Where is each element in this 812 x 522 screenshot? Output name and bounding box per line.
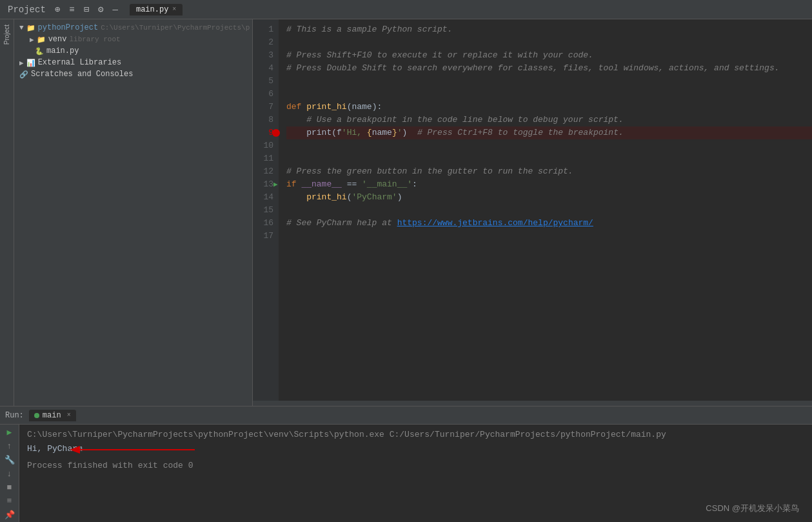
code-line-5 <box>286 75 812 88</box>
scratches-icon: 🔗 <box>19 70 28 79</box>
tab-bar: main.py × <box>130 4 807 15</box>
top-toolbar: Project ⊕ ≡ ⊟ ⚙ — main.py × <box>0 0 812 19</box>
folder-icon: 📁 <box>26 24 35 32</box>
code-line-1: # This is a sample Python script. <box>286 23 812 36</box>
arrow-down-icon: ▼ <box>19 24 24 32</box>
code-line-3: # Press Shift+F10 to execute it or repla… <box>286 49 812 62</box>
arrow-annotation <box>66 440 208 459</box>
code-line-7: def print_hi(name): <box>286 101 812 114</box>
code-line-12: # Press the green button in the gutter t… <box>286 165 812 178</box>
console-exit-msg: Process finished with exit code 0 <box>27 459 804 472</box>
breakpoint-dot <box>272 129 280 137</box>
bottom-panel: Run: main × ▶ ↑ 🔧 ↓ ■ ≡ 📌 🖨 🗑 C:\Users\T… <box>0 406 812 522</box>
run-btn[interactable]: ▶ <box>3 427 16 437</box>
console-hi-line: Hi, PyCharm <box>27 443 804 456</box>
tree-item-main-py[interactable]: 🐍 main.py <box>14 45 252 57</box>
project-path-label: C:\Users\Turniper\PycharmProjects\p <box>101 24 250 32</box>
stop-btn[interactable]: ■ <box>3 483 16 492</box>
code-line-2 <box>286 36 812 49</box>
run-tab-bar: Run: main × <box>0 407 812 425</box>
code-line-13: ▶ if __name__ == '__main__': <box>286 178 812 191</box>
run-arrow-icon: ▶ <box>273 178 278 191</box>
project-dropdown[interactable]: Project <box>5 3 48 16</box>
code-line-15 <box>286 204 812 217</box>
run-tab-main[interactable]: main × <box>29 410 76 421</box>
code-line-16: # See PyCharm help at https://www.jetbra… <box>286 217 812 230</box>
arrow-right-2-icon: ▶ <box>19 59 24 67</box>
project-strip-btn[interactable]: Project <box>2 22 12 47</box>
code-line-10 <box>286 139 812 152</box>
toolbar-icon-5[interactable]: — <box>110 3 121 16</box>
libs-icon: 📊 <box>26 59 35 67</box>
python-file-icon: 🐍 <box>35 47 44 55</box>
down-btn[interactable]: ↓ <box>3 469 16 479</box>
tab-label: main.py <box>136 5 168 14</box>
arrow-right-icon: ▶ <box>30 35 34 44</box>
project-tree: ▼ 📁 pythonProject C:\Users\Turniper\Pych… <box>14 19 252 83</box>
editor-area: 1 2 3 4 5 6 7 8 9 10 11 12 13 14 15 16 1… <box>253 19 812 406</box>
editor-content[interactable]: 1 2 3 4 5 6 7 8 9 10 11 12 13 14 15 16 1… <box>253 19 812 406</box>
toolbar-icon-1[interactable]: ⊕ <box>52 3 63 16</box>
left-strip: Project <box>0 19 14 406</box>
tab-close-btn[interactable]: × <box>172 6 176 13</box>
code-line-11 <box>286 152 812 165</box>
scroll-btn[interactable]: ≡ <box>3 496 16 506</box>
main-area: Project ▼ 📁 pythonProject C:\Users\Turni… <box>0 19 812 406</box>
line-numbers: 1 2 3 4 5 6 7 8 9 10 11 12 13 14 15 16 1… <box>253 19 279 406</box>
tree-item-venv[interactable]: ▶ 📁 venv library root <box>14 34 252 45</box>
wrench-btn[interactable]: 🔧 <box>3 455 16 465</box>
tab-main-py[interactable]: main.py × <box>130 4 183 15</box>
toolbar-icon-2[interactable]: ≡ <box>66 3 77 16</box>
watermark: CSDN @开机发呆小菜鸟 <box>706 503 799 514</box>
rerun-btn[interactable]: ↑ <box>3 441 16 451</box>
external-libs-label: External Libraries <box>38 58 122 67</box>
code-line-4: # Press Double Shift to search everywher… <box>286 62 812 75</box>
project-name-label: pythonProject <box>38 23 99 32</box>
main-py-label: main.py <box>46 46 79 55</box>
bottom-sidebar: ▶ ↑ 🔧 ↓ ■ ≡ 📌 🖨 🗑 <box>0 425 19 522</box>
run-tab-dot <box>34 413 39 418</box>
run-tab-close[interactable]: × <box>67 412 71 419</box>
pin-btn[interactable]: 📌 <box>3 510 16 520</box>
sidebar: ▼ 📁 pythonProject C:\Users\Turniper\Pych… <box>14 19 253 406</box>
code-line-9: print(f'Hi, {name}') # Press Ctrl+F8 to … <box>286 126 812 139</box>
console-output: C:\Users\Turniper\PycharmProjects\python… <box>19 425 812 522</box>
run-tab-name: main <box>43 411 61 420</box>
venv-sub-label: library root <box>69 35 120 43</box>
code-line-8: # Use a breakpoint in the code line belo… <box>286 114 812 126</box>
tree-item-project[interactable]: ▼ 📁 pythonProject C:\Users\Turniper\Pych… <box>14 22 252 34</box>
scratches-label: Scratches and Consoles <box>31 70 133 79</box>
tree-item-scratches[interactable]: 🔗 Scratches and Consoles <box>14 68 252 80</box>
console-cmd-line: C:\Users\Turniper\PycharmProjects\python… <box>27 428 804 441</box>
run-label: Run: <box>5 411 24 420</box>
code-line-17 <box>286 230 812 243</box>
toolbar-icon-3[interactable]: ⊟ <box>81 3 92 16</box>
venv-folder-icon: 📁 <box>37 35 46 44</box>
editor-scrollbar[interactable] <box>253 401 812 406</box>
toolbar-icon-4[interactable]: ⚙ <box>95 3 106 16</box>
tree-item-external-libs[interactable]: ▶ 📊 External Libraries <box>14 57 252 68</box>
code-lines: # This is a sample Python script. # Pres… <box>279 19 812 406</box>
code-line-6 <box>286 88 812 101</box>
bottom-content: ▶ ↑ 🔧 ↓ ■ ≡ 📌 🖨 🗑 C:\Users\Turniper\Pych… <box>0 425 812 522</box>
code-line-14: print_hi('PyCharm') <box>286 191 812 204</box>
venv-label: venv <box>48 35 67 44</box>
